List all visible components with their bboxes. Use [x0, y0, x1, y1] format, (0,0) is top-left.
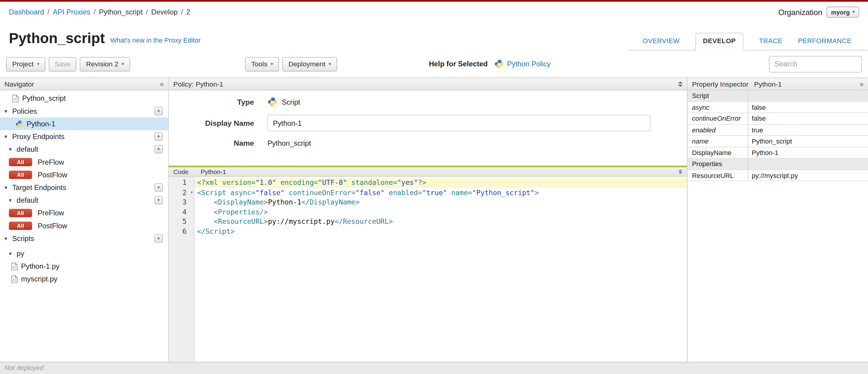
caret-down-icon[interactable]: ▾	[9, 197, 17, 203]
organization-dropdown[interactable]: myorg ▾	[827, 6, 859, 18]
property-name: continueOnError	[687, 113, 748, 124]
property-row: Properties	[687, 159, 868, 170]
tab-develop[interactable]: DEVELOP	[695, 33, 744, 50]
collapse-right-icon[interactable]: »	[860, 80, 864, 87]
name-value: Python_script	[267, 139, 311, 147]
caret-down-icon[interactable]: ▾	[4, 184, 12, 191]
revision-button[interactable]: Revision 2▾	[80, 57, 130, 71]
add-policy-button[interactable]: +	[154, 107, 163, 115]
code-line[interactable]: <Properties/>	[194, 207, 687, 217]
code-line[interactable]: <ResourceURL>py://myscript.py</ResourceU…	[194, 217, 687, 226]
caret-down-icon: ▾	[271, 61, 273, 67]
page-title: Python_script	[9, 30, 104, 47]
tree-row-policies-section[interactable]: ▾ Policies +	[0, 105, 168, 117]
tree-row-target-preflow[interactable]: All PreFlow	[0, 207, 168, 219]
tree-label: default	[17, 145, 38, 153]
app-window: Dashboard / API Proxies / Python_script …	[0, 0, 868, 374]
caret-down-icon[interactable]: ▾	[4, 134, 12, 140]
add-script-button[interactable]: +	[154, 234, 163, 243]
code-header: Code Python-1	[169, 167, 687, 177]
caret-down-icon[interactable]: ▾	[4, 108, 12, 114]
caret-down-icon[interactable]: ▾	[4, 235, 12, 241]
policy-header-title: Policy: Python-1	[173, 80, 223, 88]
property-name: DisplayName	[687, 147, 748, 158]
tools-button[interactable]: Tools▾	[245, 57, 279, 71]
caret-down-icon[interactable]: ▾	[9, 146, 17, 152]
property-value[interactable]: Python-1	[748, 147, 868, 158]
save-button[interactable]: Save	[49, 57, 76, 71]
breadcrumb-dashboard[interactable]: Dashboard	[9, 8, 44, 16]
tree-row-target-default[interactable]: ▾ default +	[0, 194, 168, 207]
tree-row-file-python-1-py[interactable]: Python-1.py	[0, 260, 168, 272]
property-value[interactable]: py://myscript.py	[748, 170, 868, 181]
tab-overview[interactable]: OVERVIEW	[643, 33, 680, 50]
tree-label: Python-1	[27, 120, 56, 128]
tab-trace[interactable]: TRACE	[759, 33, 782, 50]
python-icon	[16, 120, 23, 128]
property-value[interactable]: false	[748, 102, 868, 113]
code-lines[interactable]: <?xml version="1.0" encoding="UTF-8" sta…	[194, 177, 687, 362]
code-line[interactable]: <?xml version="1.0" encoding="UTF-8" sta…	[194, 178, 687, 188]
caret-down-icon[interactable]: ▾	[9, 250, 17, 256]
display-name-label: Display Name	[171, 119, 254, 127]
collapse-vertical-icon[interactable]	[678, 81, 683, 87]
search-input[interactable]	[769, 56, 862, 73]
tab-performance[interactable]: PERFORMANCE	[798, 33, 851, 50]
tree-label: PreFlow	[38, 209, 64, 217]
tree-label: Proxy Endpoints	[12, 133, 64, 141]
tree-label: PostFlow	[38, 222, 67, 230]
caret-down-icon: ▾	[852, 9, 855, 15]
property-table: ScriptasyncfalsecontinueOnErrorfalseenab…	[687, 90, 868, 362]
code-line[interactable]: </Script>	[194, 226, 687, 236]
caret-down-icon: ▾	[122, 61, 124, 67]
breadcrumb-api-proxies[interactable]: API Proxies	[53, 8, 90, 16]
python-policy-help-link[interactable]: Python Policy	[507, 60, 551, 68]
tree-label: myscript.py	[21, 275, 58, 283]
code-editor[interactable]: 12▾3456 <?xml version="1.0" encoding="UT…	[169, 177, 687, 362]
property-value	[748, 159, 868, 169]
property-row: DisplayNamePython-1	[687, 147, 868, 159]
code-line[interactable]: <Script async="false" continueOnError="f…	[194, 188, 687, 197]
code-line[interactable]: <DisplayName>Python-1</DisplayName>	[194, 197, 687, 207]
project-button[interactable]: Project▾	[6, 57, 45, 71]
tree-label: Target Endpoints	[12, 183, 66, 192]
property-value[interactable]: true	[748, 124, 868, 135]
tree-row-policy-python-1[interactable]: Python-1	[0, 117, 168, 130]
deployment-button[interactable]: Deployment▾	[282, 57, 337, 71]
toolbar: Project▾ Save Revision 2▾ Tools▾ Deploym…	[0, 50, 868, 78]
tree-row-scripts-section[interactable]: ▾ Scripts +	[0, 232, 168, 245]
breadcrumb-develop: Develop	[151, 8, 178, 16]
add-flow-button[interactable]: +	[154, 145, 163, 153]
property-row: Script	[687, 90, 868, 102]
code-tab[interactable]: Code	[173, 168, 189, 175]
fold-arrow-icon[interactable]: ▾	[190, 188, 193, 197]
breadcrumb-separator: /	[146, 8, 148, 16]
add-proxy-endpoint-button[interactable]: +	[154, 133, 163, 141]
property-row: enabledtrue	[687, 124, 868, 136]
tree-row-file-myscript-py[interactable]: myscript.py	[0, 272, 168, 285]
navigator-tree: Python_script ▾ Policies + Python-1 ▾ Pr…	[0, 90, 168, 362]
add-target-endpoint-button[interactable]: +	[154, 183, 163, 192]
tree-row-proxy-root[interactable]: Python_script	[0, 92, 168, 105]
tree-row-proxy-endpoints-section[interactable]: ▾ Proxy Endpoints +	[0, 130, 168, 143]
property-value[interactable]: false	[748, 113, 868, 124]
property-value[interactable]: Python_script	[748, 136, 868, 147]
line-number: 2▾	[169, 188, 194, 197]
whats-new-link[interactable]: What's new in the Proxy Editor	[110, 36, 200, 44]
proxy-tabs: OVERVIEW DEVELOP TRACE PERFORMANCE	[628, 33, 868, 50]
tree-row-target-postflow[interactable]: All PostFlow	[0, 219, 168, 232]
collapse-vertical-icon[interactable]	[678, 170, 682, 174]
all-conditions-badge: All	[9, 171, 32, 179]
add-flow-button[interactable]: +	[154, 196, 163, 204]
line-number: 1	[169, 178, 194, 188]
tree-row-proxy-postflow[interactable]: All PostFlow	[0, 168, 168, 181]
collapse-left-icon[interactable]: «	[160, 80, 164, 87]
property-inspector-subtitle: Python-1	[754, 80, 782, 88]
tree-row-target-endpoints-section[interactable]: ▾ Target Endpoints +	[0, 181, 168, 194]
policy-header: Policy: Python-1	[169, 78, 687, 90]
display-name-input[interactable]	[267, 115, 650, 131]
tree-row-py-folder[interactable]: ▾ py	[0, 247, 168, 260]
tree-row-proxy-default[interactable]: ▾ default +	[0, 143, 168, 155]
navigator-pane: Navigator « Python_script ▾ Policies +	[0, 78, 169, 362]
tree-row-proxy-preflow[interactable]: All PreFlow	[0, 155, 168, 168]
